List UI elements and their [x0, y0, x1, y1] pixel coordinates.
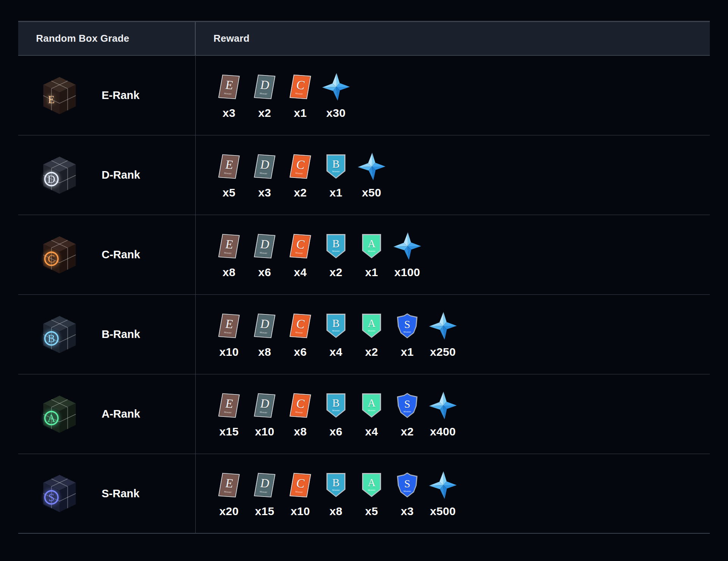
card-letter: C: [295, 317, 306, 330]
card-sublabel: Monster: [259, 331, 267, 334]
badge-letter: B: [332, 159, 339, 170]
card-d-icon: D Monster: [256, 151, 273, 182]
badge-b-icon: B Monster: [326, 390, 345, 421]
pennant-badge: A Monster: [362, 314, 381, 338]
trace-card: E Monster: [218, 75, 240, 99]
card-sublabel: Monster: [295, 92, 303, 95]
pennant-face: A Monster: [363, 474, 380, 496]
badge-sublabel: Monster: [332, 489, 340, 491]
trace-card: D Monster: [254, 473, 276, 497]
reward-count: x2: [294, 186, 307, 199]
reward-count: x6: [329, 425, 342, 438]
rewards-cell: E Monster x5 D Monster x3 C Monster x2 B…: [196, 135, 710, 215]
card-letter: D: [259, 79, 271, 91]
card-e-icon: E Monster: [220, 71, 238, 102]
reward-item: D Monster x10: [247, 390, 282, 438]
card-letter: D: [259, 238, 271, 251]
badge-sublabel: Monster: [403, 490, 411, 492]
pennant-badge: B Monster: [326, 393, 345, 418]
trace-card: C Monster: [290, 154, 311, 179]
card-e-icon: E Monster: [220, 231, 238, 262]
card-letter: C: [295, 79, 306, 91]
reward-item: x500: [425, 470, 461, 518]
reward-item: C Monster x8: [282, 390, 318, 438]
reward-item: B Monster x8: [318, 470, 354, 518]
reward-item: B Monster x4: [318, 310, 354, 358]
reward-item: x400: [425, 390, 461, 438]
card-c-icon: C Monster: [292, 470, 309, 501]
reward-count: x1: [401, 346, 414, 358]
svg-text:A: A: [47, 412, 55, 424]
reward-item: B Monster x1: [318, 151, 354, 199]
pennant-badge: B Monster: [326, 154, 345, 179]
card-letter: C: [295, 397, 306, 410]
card-sublabel: Monster: [224, 411, 232, 413]
reward-count: x5: [365, 505, 378, 518]
pennant-badge: B Monster: [326, 234, 345, 258]
trace-card: C Monster: [290, 75, 311, 99]
reward-count: x8: [329, 505, 342, 518]
card-letter: C: [295, 477, 306, 490]
reward-item: D Monster x6: [247, 231, 282, 279]
grade-label: D-Rank: [102, 169, 140, 181]
table-row: B B-Rank E Monster x10 D Monster x8 C Mo…: [18, 295, 710, 374]
badge-b-icon: B Monster: [326, 151, 345, 182]
grade-label: A-Rank: [102, 408, 140, 420]
badge-letter: S: [404, 478, 410, 489]
reward-item: E Monster x20: [211, 470, 247, 518]
reward-count: x100: [394, 266, 420, 279]
reward-count: x250: [430, 346, 456, 358]
rank-cube-c-icon: C: [39, 235, 80, 275]
rewards-cell: E Monster x8 D Monster x6 C Monster x4 B…: [196, 215, 710, 294]
reward-item: S Monster x3: [389, 470, 425, 518]
grade-cell: D D-Rank: [18, 135, 196, 215]
gem-icon: [428, 470, 457, 501]
reward-count: x4: [294, 266, 307, 279]
reward-count: x3: [401, 505, 414, 518]
card-c-icon: C Monster: [292, 71, 309, 102]
reward-item: D Monster x3: [247, 151, 282, 199]
reward-item: x100: [389, 231, 425, 279]
badge-sublabel: Monster: [332, 250, 340, 252]
reward-count: x2: [401, 425, 414, 438]
card-sublabel: Monster: [259, 411, 267, 413]
card-letter: C: [295, 238, 306, 251]
card-sublabel: Monster: [224, 251, 232, 254]
gem-icon: [357, 151, 386, 182]
badge-letter: A: [368, 238, 376, 249]
rank-cube-svg: S: [39, 473, 80, 514]
rank-cube-d-icon: D: [39, 155, 80, 195]
reward-count: x1: [294, 107, 307, 119]
reward-count: x6: [258, 266, 271, 279]
reward-count: x1: [365, 266, 378, 279]
badge-sublabel: Monster: [332, 409, 340, 412]
card-sublabel: Monster: [259, 490, 267, 493]
badge-letter: A: [368, 318, 376, 329]
shield-badge: S Monster: [397, 393, 417, 418]
pennant-badge: A Monster: [362, 393, 381, 418]
reward-item: C Monster x10: [282, 470, 318, 518]
card-letter: D: [259, 477, 271, 490]
table-row: A A-Rank E Monster x15 D Monster x10 C M…: [18, 374, 710, 454]
trace-card: C Monster: [290, 473, 311, 497]
reward-count: x10: [291, 505, 310, 518]
card-sublabel: Monster: [295, 172, 303, 174]
table-row: D D-Rank E Monster x5 D Monster x3 C Mon…: [18, 135, 710, 215]
grade-cell: E E-Rank: [18, 56, 196, 135]
reward-count: x30: [326, 107, 346, 119]
shield-s-icon: S Monster: [397, 470, 417, 501]
grade-label: C-Rank: [102, 248, 140, 261]
rank-cube-svg: A: [39, 394, 80, 434]
rewards-cell: E Monster x20 D Monster x15 C Monster x1…: [196, 454, 710, 533]
reward-item: x50: [354, 151, 389, 199]
rank-cube-svg: C: [39, 235, 80, 275]
trace-card: E Monster: [218, 393, 240, 418]
card-letter: D: [259, 397, 271, 410]
badge-letter: B: [332, 318, 339, 329]
pennant-face: B Monster: [328, 156, 344, 178]
card-sublabel: Monster: [295, 331, 303, 334]
card-sublabel: Monster: [295, 490, 303, 493]
reward-count: x2: [329, 266, 342, 279]
badge-letter: S: [404, 399, 410, 410]
rank-cube-e-icon: E: [39, 75, 80, 116]
